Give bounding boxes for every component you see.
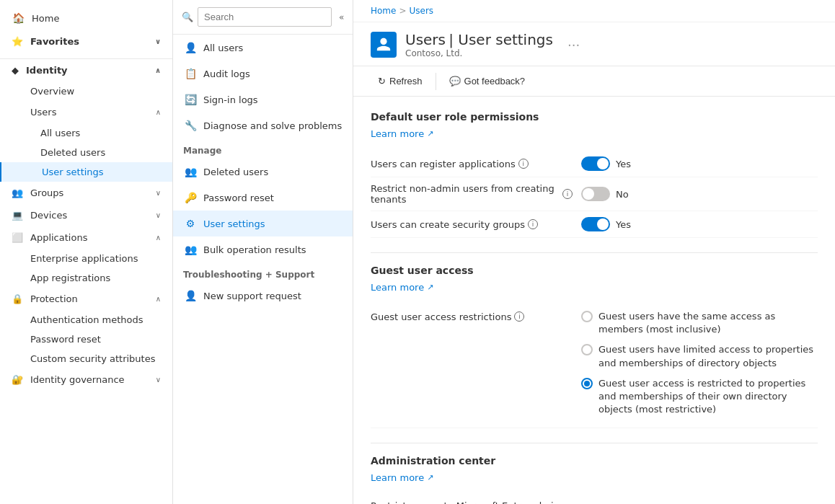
favorites-label: Favorites <box>30 36 79 47</box>
breadcrumb-users[interactable]: Users <box>410 6 434 16</box>
external-link-icon-2: ↗ <box>427 283 433 292</box>
sidebar-item-protection[interactable]: 🔒 Protection ∧ <box>0 288 172 310</box>
all-users-nav-label: All users <box>203 43 243 53</box>
more-options-button[interactable]: ··· <box>567 37 580 53</box>
protection-label: Protection <box>30 293 78 304</box>
users-label: Users <box>30 107 56 118</box>
sidebar-sub-deleted-users[interactable]: Deleted users <box>0 143 172 162</box>
sidebar-sub-custom-security[interactable]: Custom security attributes <box>0 349 172 368</box>
sub-nav-audit-logs[interactable]: 📋 Audit logs <box>173 61 353 87</box>
sub-nav-user-settings[interactable]: ⚙️ User settings <box>173 211 353 236</box>
password-reset-icon: 🔑 <box>183 190 198 205</box>
refresh-label: Refresh <box>389 76 423 87</box>
radio-circle-1 <box>581 311 593 322</box>
sidebar-item-users[interactable]: Users ∧ <box>0 101 172 123</box>
radio-guest-restricted[interactable]: Guest user access is restricted to prope… <box>581 377 818 417</box>
sub-nav-password-reset[interactable]: 🔑 Password reset <box>173 185 353 211</box>
sub-nav-support-request[interactable]: 👤 New support request <box>173 283 353 309</box>
toggle-thumb-restrict-tenants <box>583 188 594 200</box>
sidebar-sub-app-registrations[interactable]: App registrations <box>0 268 172 288</box>
external-link-icon-1: ↗ <box>427 129 433 138</box>
info-icon-restrict-tenants[interactable]: i <box>562 189 573 199</box>
sidebar-sub-user-settings[interactable]: User settings <box>0 162 172 182</box>
content-body: Default user role permissions Learn more… <box>353 97 835 504</box>
toggle-security-groups[interactable] <box>581 217 610 231</box>
sidebar-item-favorites[interactable]: ⭐ Favorites ∨ <box>0 30 172 53</box>
sidebar-item-identity[interactable]: ◆ Identity ∧ <box>0 59 172 81</box>
user-settings-icon: ⚙️ <box>183 216 198 231</box>
setting-row-restrict-tenants: Restrict non-admin users from creating t… <box>371 177 818 211</box>
setting-control-register-apps: Yes <box>581 156 631 171</box>
sidebar-sub-password-reset[interactable]: Password reset <box>0 330 172 349</box>
sidebar-sub-all-users[interactable]: All users <box>0 123 172 143</box>
radio-guest-inclusive[interactable]: Guest users have the same access as memb… <box>581 310 818 336</box>
diagnose-nav-label: Diagnose and solve problems <box>203 120 342 131</box>
main-area: 🔍 « 👤 All users 📋 Audit logs 🔄 Sign-in l… <box>173 0 835 504</box>
devices-label: Devices <box>30 210 67 221</box>
sub-nav-signin-logs[interactable]: 🔄 Sign-in logs <box>173 87 353 112</box>
refresh-button[interactable]: ↻ Refresh <box>371 72 430 90</box>
info-icon-security-groups[interactable]: i <box>528 219 538 229</box>
audit-logs-icon: 📋 <box>183 66 198 81</box>
guest-radio-group: Guest users have the same access as memb… <box>581 310 818 416</box>
collapse-panel-button[interactable]: « <box>336 11 347 24</box>
page-icon <box>371 32 397 58</box>
sidebar: 🏠 Home ⭐ Favorites ∨ ◆ Identity ∧ Overvi… <box>0 0 173 504</box>
users-page-icon-svg <box>376 37 392 53</box>
radio-guest-limited[interactable]: Guest users have limited access to prope… <box>581 343 818 369</box>
sidebar-home-label: Home <box>32 13 59 24</box>
sidebar-item-identity-governance[interactable]: 🔐 Identity governance ∨ <box>0 368 172 391</box>
sub-nav-deleted-users[interactable]: 👥 Deleted users <box>173 159 353 185</box>
info-icon-guest-restrictions[interactable]: i <box>514 311 524 322</box>
radio-text-2: Guest users have limited access to prope… <box>598 343 818 369</box>
setting-label-admin-center: Restrict access to Microsoft Entra admin… <box>371 500 573 504</box>
breadcrumb: Home > Users <box>353 0 835 22</box>
sub-nav-diagnose[interactable]: 🔧 Diagnose and solve problems <box>173 112 353 138</box>
sub-nav-all-users[interactable]: 👤 All users <box>173 35 353 61</box>
groups-chevron: ∨ <box>156 189 161 197</box>
refresh-icon: ↻ <box>378 76 386 87</box>
sub-nav-bulk-operations[interactable]: 👥 Bulk operation results <box>173 236 353 262</box>
feedback-button[interactable]: 💬 Got feedback? <box>442 72 533 90</box>
learn-more-permissions[interactable]: Learn more ↗ <box>371 128 818 139</box>
applications-icon: ⬜ <box>12 232 23 243</box>
search-icon: 🔍 <box>182 12 193 22</box>
setting-row-admin-center: Restrict access to Microsoft Entra admin… <box>371 495 818 504</box>
sidebar-sub-auth-methods[interactable]: Authentication methods <box>0 310 172 330</box>
setting-row-security-groups: Users can create security groups i Yes <box>371 211 818 238</box>
sidebar-item-applications[interactable]: ⬜ Applications ∧ <box>0 226 172 249</box>
radio-circle-3 <box>581 378 593 389</box>
identity-chevron: ∧ <box>155 66 161 74</box>
breadcrumb-sep: > <box>399 6 406 16</box>
groups-label: Groups <box>30 187 63 198</box>
toggle-thumb-security-groups <box>597 218 609 230</box>
breadcrumb-home[interactable]: Home <box>371 6 396 16</box>
radio-text-3: Guest user access is restricted to prope… <box>598 377 818 417</box>
sidebar-item-groups[interactable]: 👥 Groups ∨ <box>0 182 172 204</box>
info-icon-register-apps[interactable]: i <box>518 159 529 169</box>
section-divider-2 <box>371 443 818 443</box>
identity-label: Identity <box>26 65 68 76</box>
sidebar-sub-enterprise-apps[interactable]: Enterprise applications <box>0 249 172 268</box>
sidebar-item-home[interactable]: 🏠 Home <box>0 6 172 30</box>
sidebar-sub-overview[interactable]: Overview <box>0 81 172 101</box>
deleted-users-icon: 👥 <box>183 164 198 179</box>
search-input[interactable] <box>198 7 332 27</box>
setting-label-register-apps: Users can register applications i <box>371 159 573 169</box>
sidebar-item-devices[interactable]: 💻 Devices ∨ <box>0 204 172 226</box>
setting-control-security-groups: Yes <box>581 217 631 231</box>
page-title-suffix: User settings <box>458 31 553 48</box>
audit-logs-nav-label: Audit logs <box>203 68 250 79</box>
toggle-restrict-tenants[interactable] <box>581 187 610 201</box>
learn-more-guest[interactable]: Learn more ↗ <box>371 282 818 293</box>
identity-governance-label: Identity governance <box>30 374 125 385</box>
toggle-label-restrict-tenants: No <box>616 189 629 200</box>
learn-more-admin[interactable]: Learn more ↗ <box>371 472 818 483</box>
section-title-permissions: Default user role permissions <box>371 111 818 123</box>
toggle-label-register-apps: Yes <box>616 159 631 169</box>
toggle-register-apps[interactable] <box>581 156 610 171</box>
toolbar: ↻ Refresh 💬 Got feedback? <box>353 66 835 97</box>
signin-logs-icon: 🔄 <box>183 92 198 107</box>
groups-icon: 👥 <box>12 187 23 198</box>
protection-chevron: ∧ <box>156 295 161 303</box>
